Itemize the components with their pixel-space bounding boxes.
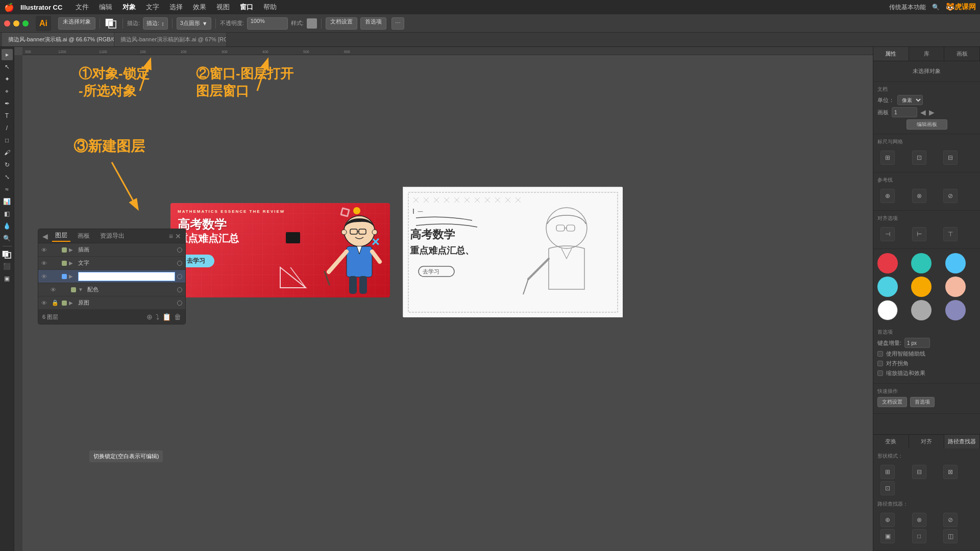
layer-row-illustration[interactable]: 👁 ▶ 插画 — [38, 243, 185, 257]
gradient-tool[interactable]: ◧ — [2, 208, 13, 219]
menu-edit[interactable]: 编辑 — [94, 2, 117, 13]
swatch-red[interactable] — [877, 253, 898, 273]
path-crop[interactable]: ▣ — [880, 529, 895, 543]
menu-text[interactable]: 文字 — [141, 2, 164, 13]
zoom-tool[interactable]: 🔍 — [2, 233, 13, 244]
screen-mode-icon[interactable]: ▣ — [2, 273, 13, 284]
layer-target-illustration[interactable] — [177, 247, 182, 253]
smart-guides-checkbox[interactable] — [877, 351, 883, 357]
layer-row-new[interactable]: 👁 ▶ — [38, 270, 185, 283]
scale-tool[interactable]: ⤡ — [2, 171, 13, 183]
snap-corners-checkbox[interactable] — [877, 361, 883, 366]
warp-tool[interactable]: ≈ — [2, 184, 13, 195]
rp-bottom-tab-pathfinder[interactable]: 路径查找器 — [944, 435, 980, 448]
layer-expand-illustration[interactable]: ▶ — [69, 247, 76, 253]
ruler-grid-icon-1[interactable]: ⊞ — [880, 151, 895, 165]
direct-select-tool[interactable]: ↖ — [2, 61, 13, 72]
layer-eye-coloring[interactable]: 👁 — [51, 287, 59, 293]
path-divide[interactable]: ⊕ — [880, 513, 895, 527]
color-mode-icon[interactable]: ⬛ — [2, 261, 13, 272]
rp-tab-library[interactable]: 库 — [909, 47, 945, 61]
delete-layer-btn[interactable]: 🗑 — [174, 313, 181, 321]
layer-row-coloring[interactable]: 👁 ▼ 配色 — [38, 283, 185, 296]
fill-stroke-group[interactable] — [104, 17, 118, 30]
panel-tab-assets[interactable]: 资源导出 — [97, 231, 128, 241]
swatch-purple[interactable] — [945, 300, 966, 320]
path-subtract-back[interactable]: ◫ — [943, 529, 958, 543]
layer-target-original[interactable] — [177, 300, 182, 306]
select-tool[interactable]: ▸ — [2, 49, 13, 60]
layer-expand-text[interactable]: ▶ — [69, 260, 76, 266]
apple-menu[interactable]: 🍎 — [4, 3, 14, 12]
guide-icon-3[interactable]: ⊘ — [943, 189, 958, 203]
align-center-icon[interactable]: ⊢ — [912, 227, 926, 241]
rp-quick-prefs-btn[interactable]: 首选项 — [910, 397, 935, 407]
layer-expand-coloring[interactable]: ▼ — [78, 287, 85, 292]
shape-dropdown[interactable]: 3点圆形 ▼ — [177, 17, 211, 30]
rp-tab-boards[interactable]: 画板 — [944, 47, 980, 61]
lasso-tool[interactable]: ⌖ — [2, 86, 13, 97]
layer-name-input[interactable] — [78, 272, 175, 281]
panel-menu-btn[interactable]: ≡ — [169, 232, 173, 240]
shape-mode-exclude[interactable]: ⊡ — [880, 481, 895, 495]
ruler-grid-icon-3[interactable]: ⊟ — [943, 151, 958, 165]
rp-quick-doc-settings-btn[interactable]: 文档设置 — [877, 397, 907, 407]
layer-row-text[interactable]: 👁 ▶ 文字 — [38, 257, 185, 270]
rp-board-prev[interactable]: ◀ — [920, 108, 926, 116]
line-tool[interactable]: / — [2, 122, 13, 134]
layer-eye-illustration[interactable]: 👁 — [41, 247, 50, 253]
rp-edit-board-btn[interactable]: 编辑画板 — [906, 119, 947, 130]
swatch-cyan[interactable] — [877, 277, 898, 297]
panel-collapse-btn[interactable]: ◀ — [42, 232, 48, 240]
swatch-teal[interactable] — [911, 253, 932, 273]
close-button[interactable] — [4, 20, 10, 27]
align-right-icon[interactable]: ⊤ — [943, 227, 958, 241]
eyedropper-tool[interactable]: 💧 — [2, 220, 13, 232]
path-merge[interactable]: ⊘ — [943, 513, 958, 527]
menu-window[interactable]: 窗口 — [235, 2, 258, 13]
doc-settings-btn[interactable]: 文档设置 — [326, 17, 357, 30]
rp-nudge-input[interactable] — [904, 338, 930, 348]
menu-object[interactable]: 对象 — [117, 2, 141, 13]
paint-tool[interactable]: 🖌 — [2, 147, 13, 158]
shape-mode-intersect[interactable]: ⊠ — [943, 465, 958, 479]
menu-file[interactable]: 文件 — [70, 2, 94, 13]
menu-view[interactable]: 视图 — [211, 2, 235, 13]
swatch-peach[interactable] — [945, 277, 966, 297]
more-options-btn[interactable]: ⋯ — [391, 17, 404, 30]
fill-stroke-mini[interactable] — [2, 249, 13, 259]
snap-effects-checkbox[interactable] — [877, 370, 883, 376]
opacity-input[interactable]: 100% — [247, 17, 288, 30]
guide-icon-1[interactable]: ⊕ — [880, 189, 895, 203]
rp-bottom-tab-align[interactable]: 对齐 — [909, 435, 945, 448]
no-selection-btn[interactable]: 未选择对象 — [58, 17, 95, 30]
rp-board-input[interactable] — [892, 107, 917, 117]
new-layer-btn[interactable]: ⊕ — [146, 313, 153, 321]
layer-row-original[interactable]: 👁 🔒 ▶ 原图 — [38, 296, 185, 310]
layer-eye-new[interactable]: 👁 — [41, 273, 50, 280]
panel-close-btn[interactable]: ✕ — [175, 232, 181, 240]
panel-tab-boards[interactable]: 画板 — [75, 231, 93, 241]
align-left-icon[interactable]: ⊣ — [880, 227, 895, 241]
type-tool[interactable]: T — [2, 110, 13, 121]
magic-wand-tool[interactable]: ✦ — [2, 73, 13, 85]
rp-bottom-tab-transform[interactable]: 变换 — [873, 435, 909, 448]
tab-1[interactable]: 摘边风-banner演示稿的副本.ai @ 67% [RGB/GPU 推复] ✕ — [114, 33, 227, 46]
shape-mode-subtract[interactable]: ⊟ — [912, 465, 926, 479]
menu-effects[interactable]: 效果 — [188, 2, 211, 13]
rotate-tool[interactable]: ↻ — [2, 159, 13, 170]
artboard-container[interactable]: ①对象-锁定 -所选对象 ②窗口-图层打开 图层窗口 — [22, 55, 873, 551]
search-icon[interactable]: 🔍 — [932, 4, 940, 11]
layer-expand-new[interactable]: ▶ — [69, 273, 76, 279]
tab-0[interactable]: 摘边风-banner演示稿.ai @ 66.67% (RGB/GPU 推复) ✕ — [2, 33, 114, 46]
minimize-button[interactable] — [13, 20, 19, 27]
prefs-btn[interactable]: 首选项 — [360, 17, 386, 30]
layer-expand-original[interactable]: ▶ — [69, 300, 76, 306]
maximize-button[interactable] — [22, 20, 29, 27]
guide-icon-2[interactable]: ⊗ — [912, 189, 926, 203]
swatch-white[interactable] — [877, 300, 898, 320]
layer-target-text[interactable] — [177, 261, 182, 266]
swatch-orange[interactable] — [911, 277, 932, 297]
layer-target-new[interactable] — [177, 274, 182, 279]
layer-options-btn[interactable]: 📋 — [162, 313, 171, 321]
